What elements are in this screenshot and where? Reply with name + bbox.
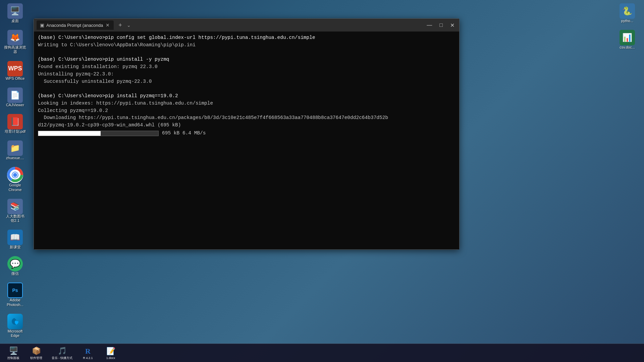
google-chrome-icon[interactable]: GoogleChrome [2, 167, 29, 192]
desktop-icons-left: 🖥️ 桌面 🦊 搜狗高速浏览器 WPS WPS Office 📄 CAJView… [0, 0, 30, 362]
terminal-tab-icon: ▣ [40, 22, 44, 28]
progress-bar-inner [38, 131, 101, 136]
terminal-line-8 [38, 85, 455, 93]
ps-icon-label: AdobePhotosh... [7, 298, 23, 307]
progress-bar-outer [38, 131, 159, 136]
taskbar-docx-label: 1.docx [106, 356, 115, 360]
python-icon[interactable]: 🐍 pytho... [614, 3, 641, 23]
python-icon-img: 🐍 [620, 3, 635, 19]
taskbar-kongzhi-label: 控制面板 [7, 356, 19, 360]
microsoft-edge-icon[interactable]: MicrosoftEdge [2, 314, 29, 338]
window-controls: — □ ✕ [425, 21, 457, 29]
maximize-button[interactable]: □ [437, 21, 445, 29]
minimize-button[interactable]: — [425, 21, 434, 29]
wechat-icon[interactable]: 💬 微信 [2, 256, 29, 276]
wechat-icon-img: 💬 [7, 256, 23, 272]
terminal-tab-close-button[interactable]: ✕ [105, 22, 110, 28]
cajviewer-icon[interactable]: 📄 CAJViewer [2, 87, 29, 107]
progress-bar-container: 695 kB 6.4 MB/s [38, 130, 455, 137]
sougou-icon-img: 🦊 [7, 30, 23, 45]
renda-icon-label: 人大数图书馆2.1 [6, 214, 24, 223]
taskbar-ruanjian-label: 软件管理 [30, 356, 42, 360]
python-icon-label: pytho... [621, 19, 633, 23]
edge-icon-label: MicrosoftEdge [8, 329, 23, 338]
taskbar: 🖥️ 控制面板 📦 软件管理 🎵 音乐 - 快播方式 R R 4.2.1 📝 1… [0, 344, 644, 362]
progress-text: 695 kB 6.4 MB/s [162, 130, 206, 137]
renda-icon[interactable]: 📚 人大数图书馆2.1 [2, 199, 29, 223]
terminal-line-13: d12/pyzmq-19.0.2-cp39-cp39-win_amd64.whl… [38, 122, 455, 129]
taskbar-yinyue-label: 音乐 - 快播方式 [52, 356, 72, 360]
taskbar-r-icon: R [83, 346, 93, 356]
taskbar-kongzhi-icon: 🖥️ [8, 346, 18, 356]
desktop-icon[interactable]: 🖥️ 桌面 [2, 3, 29, 23]
csv-icon-label: csv.doc... [620, 45, 635, 50]
zhuexue-icon-label: zhuexue.... [6, 156, 24, 160]
terminal-body[interactable]: (base) C:\Users\lenovo>pip config set gl… [34, 32, 459, 249]
chrome-icon-img [7, 167, 23, 183]
close-button[interactable]: ✕ [448, 21, 457, 29]
desktop: 🖥️ 桌面 🦊 搜狗高速浏览器 WPS WPS Office 📄 CAJView… [0, 0, 644, 362]
taskbar-yinyue-icon: 🎵 [57, 346, 67, 356]
terminal-line-4: (base) C:\Users\lenovo>pip uninstall -y … [38, 56, 455, 63]
ps-icon-img: Ps [7, 283, 23, 298]
wechat-icon-label: 微信 [11, 272, 19, 276]
cajviewer-icon-label: CAJViewer [6, 103, 24, 107]
taskbar-yinyue[interactable]: 🎵 音乐 - 快播方式 [49, 345, 75, 362]
terminal-line-3 [38, 49, 455, 56]
wps-icon-img: WPS [7, 61, 23, 76]
desktop-icon-label: 桌面 [11, 19, 19, 23]
sougou-icon-label: 搜狗高速浏览器 [4, 45, 26, 54]
xinkecheng-icon-label: 新课堂 [10, 245, 21, 249]
taskbar-docx-icon: 📝 [106, 346, 116, 356]
terminal-line-9: (base) C:\Users\lenovo>pip install pyzmq… [38, 93, 455, 100]
wps-office-icon[interactable]: WPS WPS Office [2, 61, 29, 81]
terminal-line-6: Uninstalling pyzmq-22.3.0: [38, 71, 455, 78]
taskbar-ruanjian[interactable]: 📦 软件管理 [26, 345, 46, 362]
taskbar-docx[interactable]: 📝 1.docx [101, 345, 121, 361]
peiyan-icon[interactable]: 📕 培育计划.pdf [2, 114, 29, 134]
terminal-line-2: Writing to C:\Users\lenovo\AppData\Roami… [38, 42, 455, 49]
desktop-icon-img: 🖥️ [7, 3, 23, 19]
tab-dropdown-button[interactable]: ⌄ [127, 22, 131, 28]
desktop-icons-right: 🐍 pytho... 📊 csv.doc... [614, 3, 641, 50]
terminal-titlebar: ▣ Anaconda Prompt (anaconda ✕ + ⌄ — □ ✕ [34, 19, 459, 32]
edge-icon-img [7, 314, 23, 329]
cajviewer-icon-img: 📄 [7, 87, 23, 103]
terminal-line-11: Collecting pyzmq==19.0.2 [38, 107, 455, 115]
terminal-line-5: Found existing installation: pyzmq 22.3.… [38, 63, 455, 71]
terminal-window[interactable]: ▣ Anaconda Prompt (anaconda ✕ + ⌄ — □ ✕ … [34, 18, 460, 250]
csv-icon-img: 📊 [620, 30, 635, 45]
zhuexue-icon[interactable]: 📁 zhuexue.... [2, 140, 29, 160]
peiyan-icon-img: 📕 [7, 114, 23, 129]
terminal-line-12: Downloading https://pypi.tuna.tsinghua.e… [38, 114, 455, 122]
taskbar-r-label: R 4.2.1 [83, 356, 93, 360]
terminal-tab[interactable]: ▣ Anaconda Prompt (anaconda ✕ [37, 20, 114, 30]
terminal-tab-title: Anaconda Prompt (anaconda [46, 23, 103, 28]
xinkecheng-icon[interactable]: 📖 新课堂 [2, 230, 29, 249]
terminal-line-7: Successfully uninstalled pyzmq-22.3.0 [38, 78, 455, 85]
renda-icon-img: 📚 [7, 199, 23, 214]
terminal-line-1: (base) C:\Users\lenovo>pip config set gl… [38, 34, 455, 42]
chrome-icon-label: GoogleChrome [8, 183, 21, 192]
peiyan-icon-label: 培育计划.pdf [5, 129, 25, 134]
wps-icon-label: WPS Office [6, 76, 25, 81]
taskbar-r[interactable]: R R 4.2.1 [78, 345, 98, 361]
photoshop-icon[interactable]: Ps AdobePhotosh... [2, 283, 29, 307]
taskbar-ruanjian-icon: 📦 [31, 346, 41, 356]
sougou-icon[interactable]: 🦊 搜狗高速浏览器 [2, 30, 29, 54]
xinkecheng-icon-img: 📖 [7, 230, 23, 245]
taskbar-kongzhi[interactable]: 🖥️ 控制面板 [3, 345, 23, 362]
svg-point-3 [13, 173, 17, 177]
new-tab-button[interactable]: + [116, 22, 124, 29]
terminal-line-10: Looking in indexes: https://pypi.tuna.ts… [38, 100, 455, 107]
csv-icon[interactable]: 📊 csv.doc... [614, 30, 641, 50]
zhuexue-icon-img: 📁 [7, 140, 23, 156]
